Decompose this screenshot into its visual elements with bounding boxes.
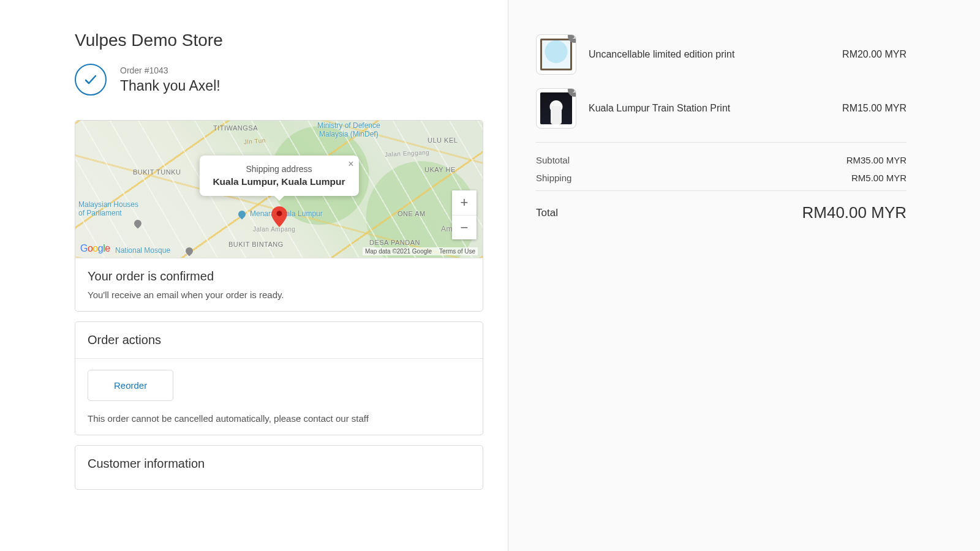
order-confirmed-card: TITIWANGSA BUKIT TUNKU BUKIT BINTANG ULU…: [75, 120, 483, 312]
map-road-label: Jln Tun: [244, 137, 266, 145]
map-label: ONE AM: [398, 210, 426, 217]
order-summary-sidebar: 1 Uncancellable limited edition print RM…: [508, 0, 980, 551]
map-address-popover: × Shipping address Kuala Lumpur, Kuala L…: [199, 156, 358, 196]
map-terms-link[interactable]: Terms of Use: [439, 248, 475, 255]
subtotal-value: RM35.00 MYR: [846, 155, 907, 165]
total-label: Total: [536, 207, 558, 219]
zoom-out-button[interactable]: −: [452, 215, 477, 239]
map-poi-icon: [184, 246, 195, 257]
order-number: Order #1043: [120, 66, 221, 75]
order-actions-title: Order actions: [88, 333, 470, 347]
item-price: RM15.00 MYR: [842, 103, 907, 114]
item-name: Uncancellable limited edition print: [589, 48, 830, 61]
subtotal-label: Subtotal: [536, 155, 570, 165]
map-zoom-controls: + −: [452, 190, 477, 239]
line-item: 1 Uncancellable limited edition print RM…: [536, 34, 907, 75]
map-poi: Ministry of Defence Malaysia (MinDef): [317, 121, 380, 138]
map-road-label: Jalan Enggang: [385, 149, 430, 158]
popover-address: Kuala Lumpur, Kuala Lumpur: [213, 176, 345, 187]
map-poi: Malaysian Houses of Parliament: [78, 200, 138, 217]
svg-point-0: [276, 211, 282, 216]
thank-you-text: Thank you Axel!: [120, 78, 221, 94]
customer-info-title: Customer information: [88, 457, 470, 471]
map-label: BUKIT BINTANG: [228, 241, 284, 248]
confirm-subtitle: You'll receive an email when your order …: [88, 290, 470, 300]
map-label: ULU KEL: [428, 137, 458, 144]
map-label: TITIWANGSA: [213, 124, 258, 132]
check-circle-icon: [75, 64, 107, 96]
item-name: Kuala Lumpur Train Station Print: [589, 102, 830, 115]
store-name[interactable]: Vulpes Demo Store: [75, 31, 483, 50]
map-label: BUKIT TUNKU: [133, 168, 181, 176]
subtotal-row: Subtotal RM35.00 MYR: [536, 155, 907, 165]
reorder-button[interactable]: Reorder: [88, 370, 173, 401]
cancel-note: This order cannot be cancelled automatic…: [88, 413, 470, 424]
map-data-attrib: Map data ©2021 Google: [365, 248, 432, 255]
thank-you-header: Order #1043 Thank you Axel!: [75, 64, 483, 96]
order-actions-card: Order actions Reorder This order cannot …: [75, 321, 483, 435]
divider: [536, 142, 907, 143]
map-poi: National Mosque: [115, 246, 170, 255]
line-item: 1 Kuala Lumpur Train Station Print RM15.…: [536, 88, 907, 129]
item-thumb: 1: [536, 34, 576, 75]
shipping-label: Shipping: [536, 173, 571, 183]
google-logo: Google: [80, 243, 110, 254]
popover-label: Shipping address: [213, 164, 345, 174]
divider: [536, 190, 907, 191]
confirm-title: Your order is confirmed: [88, 269, 470, 283]
shipping-map[interactable]: TITIWANGSA BUKIT TUNKU BUKIT BINTANG ULU…: [75, 121, 483, 258]
map-poi-icon: [237, 209, 247, 220]
map-label: DESA PANDAN: [369, 239, 420, 246]
total-row: Total RM40.00 MYR: [536, 203, 907, 222]
item-thumb: 1: [536, 88, 576, 129]
map-poi-icon: [133, 219, 143, 229]
total-value: RM40.00 MYR: [802, 203, 907, 222]
zoom-in-button[interactable]: +: [452, 190, 477, 215]
map-pin-icon: [271, 206, 287, 229]
customer-info-card: Customer information: [75, 445, 483, 490]
map-label: UKAY HE: [424, 166, 456, 173]
item-price: RM20.00 MYR: [842, 49, 907, 60]
close-icon[interactable]: ×: [348, 159, 353, 169]
shipping-value: RM5.00 MYR: [851, 173, 907, 183]
shipping-row: Shipping RM5.00 MYR: [536, 173, 907, 183]
map-attribution: Map data ©2021 Google Terms of Use: [363, 247, 478, 255]
